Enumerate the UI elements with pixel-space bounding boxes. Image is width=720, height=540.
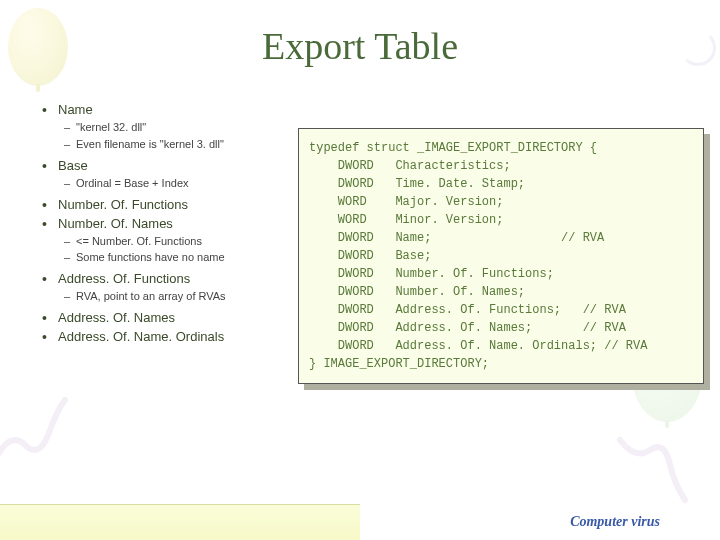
streamer-icon xyxy=(610,430,690,510)
bullet-item: Address. Of. Functions RVA, point to an … xyxy=(42,271,302,304)
bullet-list: Name "kernel 32. dll" Even filename is "… xyxy=(42,102,302,344)
bullet-label: Number. Of. Functions xyxy=(58,197,188,212)
bullet-item: Number. Of. Functions xyxy=(42,197,302,212)
footer-left-bar xyxy=(0,504,360,540)
sub-item: Some functions have no name xyxy=(58,250,302,265)
footer: Computer virus xyxy=(0,504,720,540)
bullet-label: Address. Of. Name. Ordinals xyxy=(58,329,224,344)
slide: Export Table Name "kernel 32. dll" Even … xyxy=(0,0,720,540)
bullet-content: Name "kernel 32. dll" Even filename is "… xyxy=(42,102,302,348)
slide-title: Export Table xyxy=(0,24,720,68)
sub-item: <= Number. Of. Functions xyxy=(58,234,302,249)
sub-item: Even filename is "kernel 3. dll" xyxy=(58,137,302,152)
bullet-item: Address. Of. Name. Ordinals xyxy=(42,329,302,344)
bullet-item: Number. Of. Names <= Number. Of. Functio… xyxy=(42,216,302,266)
sub-list: <= Number. Of. Functions Some functions … xyxy=(58,234,302,266)
bullet-label: Number. Of. Names xyxy=(58,216,173,231)
code-content: typedef struct _IMAGE_EXPORT_DIRECTORY {… xyxy=(298,128,704,384)
bullet-item: Name "kernel 32. dll" Even filename is "… xyxy=(42,102,302,152)
bullet-label: Address. Of. Names xyxy=(58,310,175,325)
bullet-item: Base Ordinal = Base + Index xyxy=(42,158,302,191)
code-box: typedef struct _IMAGE_EXPORT_DIRECTORY {… xyxy=(298,128,704,384)
streamer-icon xyxy=(0,390,70,470)
bullet-item: Address. Of. Names xyxy=(42,310,302,325)
sub-item: "kernel 32. dll" xyxy=(58,120,302,135)
sub-item: RVA, point to an array of RVAs xyxy=(58,289,302,304)
sub-list: Ordinal = Base + Index xyxy=(58,176,302,191)
bullet-label: Name xyxy=(58,102,93,117)
footer-text: Computer virus xyxy=(570,514,660,530)
sub-list: "kernel 32. dll" Even filename is "kerne… xyxy=(58,120,302,152)
sub-list: RVA, point to an array of RVAs xyxy=(58,289,302,304)
bullet-label: Base xyxy=(58,158,88,173)
bullet-label: Address. Of. Functions xyxy=(58,271,190,286)
sub-item: Ordinal = Base + Index xyxy=(58,176,302,191)
